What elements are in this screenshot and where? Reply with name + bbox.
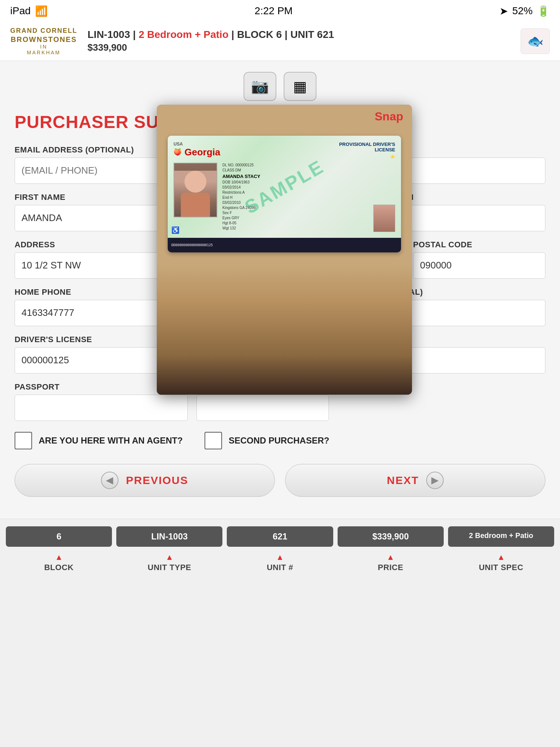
wifi-icon: 📶 bbox=[35, 5, 48, 17]
second-purchaser-label: SECOND PURCHASER? bbox=[229, 436, 329, 446]
bottom-unitnum-value[interactable]: 621 bbox=[227, 526, 333, 547]
bottom-bar: 6 LIN-1003 621 $339,900 2 Bedroom + Pati… bbox=[0, 519, 560, 580]
listing-id: LIN-1003 bbox=[88, 29, 130, 40]
expdate-input[interactable] bbox=[197, 395, 329, 421]
id-state: 🍑 Georgia bbox=[174, 147, 220, 158]
logo-text-markham: MARKHAM bbox=[27, 50, 61, 55]
logo: GRAND CORNELL BROWNSTONES IN MARKHAM bbox=[10, 27, 77, 55]
camera-icon: 📷 bbox=[251, 78, 269, 95]
battery-display: 52% bbox=[512, 5, 533, 17]
separator1: | bbox=[133, 29, 139, 40]
bottom-unittype-value[interactable]: LIN-1003 bbox=[116, 526, 222, 547]
bottom-price-label-item: ▲ PRICE bbox=[338, 553, 444, 572]
barcode-icon: ▦ bbox=[293, 78, 307, 95]
postal-group: POSTAL CODE bbox=[413, 240, 545, 279]
separator3: | bbox=[285, 29, 291, 40]
passport-input[interactable] bbox=[15, 395, 188, 421]
id-barcode-area: DD0000000000000000125 bbox=[168, 238, 401, 252]
unitspec-label: UNIT SPEC bbox=[479, 563, 523, 572]
unittype-label: UNIT TYPE bbox=[148, 563, 191, 572]
bottom-price-value[interactable]: $339,900 bbox=[338, 526, 444, 547]
unitnum-label: UNIT # bbox=[267, 563, 293, 572]
id-body: DL NO. 000000125 CLASS DM AMANDA STACY D… bbox=[174, 163, 395, 231]
id-expires: 03/02/2010 bbox=[222, 200, 395, 205]
snap-label: Snap bbox=[375, 110, 403, 123]
location-icon: ➤ bbox=[499, 5, 508, 17]
state-icon: 🍑 bbox=[174, 148, 182, 156]
status-left: iPad 📶 bbox=[10, 5, 48, 17]
app-header: GRAND CORNELL BROWNSTONES IN MARKHAM LIN… bbox=[0, 22, 560, 61]
bottom-block-label-item: ▲ BLOCK bbox=[6, 553, 112, 572]
state-name: Georgia bbox=[184, 147, 220, 158]
price-label: PRICE bbox=[378, 563, 403, 572]
id-name: AMANDA STACY bbox=[222, 173, 395, 180]
unitspec-up-arrow: ▲ bbox=[497, 553, 505, 561]
checkbox-row: ARE YOU HERE WITH AN AGENT? SECOND PURCH… bbox=[15, 432, 545, 449]
previous-label: PREVIOUS bbox=[126, 474, 188, 487]
bottom-block-value[interactable]: 6 bbox=[6, 526, 112, 547]
id-card-header: USA 🍑 Georgia PROVISIONAL DRIVER'S LICEN… bbox=[174, 142, 395, 159]
id-eyes: Eyes GRY bbox=[222, 216, 395, 221]
battery-icon: 🔋 bbox=[537, 5, 550, 17]
nav-row: ◀ PREVIOUS NEXT ▶ bbox=[15, 464, 545, 497]
unit-label: UNIT 621 bbox=[290, 29, 334, 40]
id-card-container: USA 🍑 Georgia PROVISIONAL DRIVER'S LICEN… bbox=[157, 128, 412, 263]
id-end: End H bbox=[222, 195, 395, 200]
previous-button[interactable]: ◀ PREVIOUS bbox=[15, 464, 275, 497]
block-up-arrow: ▲ bbox=[55, 553, 63, 561]
next-label: NEXT bbox=[387, 474, 419, 487]
price-up-arrow: ▲ bbox=[386, 553, 394, 561]
unittype-up-arrow: ▲ bbox=[166, 553, 174, 561]
id-address: Restrictions A bbox=[222, 190, 395, 195]
id-city: Kingstons GA 24099 bbox=[222, 205, 395, 210]
id-dl-no: DL NO. 000000125 bbox=[222, 163, 395, 168]
id-dd: DD0000000000000000125 bbox=[171, 243, 213, 247]
id-wgt: Wgt 132 bbox=[222, 226, 395, 231]
header-price: $339,900 bbox=[88, 42, 510, 53]
right-arrow-icon: ▶ bbox=[426, 472, 444, 489]
id-card-overlay: Snap USA 🍑 Georgia PRO bbox=[157, 105, 412, 395]
status-bar: iPad 📶 2:22 PM ➤ 52% 🔋 bbox=[0, 0, 560, 22]
wood-background bbox=[157, 263, 412, 395]
logo-text-line1: GRAND CORNELL bbox=[10, 27, 77, 35]
main-content: 📷 ▦ PURCHASER SUMMARY EMAIL ADDRESS (OPT… bbox=[0, 61, 560, 519]
bottom-labels-row: ▲ BLOCK ▲ UNIT TYPE ▲ UNIT # ▲ PRICE ▲ U… bbox=[0, 550, 560, 580]
barcode-button[interactable]: ▦ bbox=[284, 72, 316, 101]
id-sex: Sex F bbox=[222, 210, 395, 216]
id-state-area: USA 🍑 Georgia bbox=[174, 142, 220, 158]
unitnum-up-arrow: ▲ bbox=[276, 553, 284, 561]
id-class: CLASS DM bbox=[222, 168, 395, 173]
device-label: iPad bbox=[10, 5, 31, 17]
header-title: LIN-1003 | 2 Bedroom + Patio | BLOCK 6 |… bbox=[88, 29, 510, 40]
id-small-photo bbox=[373, 205, 395, 232]
postal-input[interactable] bbox=[413, 252, 545, 279]
id-dob: DOB 10/04/1963 bbox=[222, 180, 395, 185]
separator2: | bbox=[232, 29, 237, 40]
next-button[interactable]: NEXT ▶ bbox=[285, 464, 545, 497]
left-arrow-icon: ◀ bbox=[101, 472, 118, 489]
id-star: ⭐ bbox=[339, 154, 395, 159]
id-photo-face bbox=[174, 171, 217, 217]
bottom-unitspec-label-item: ▲ UNIT SPEC bbox=[448, 553, 554, 572]
second-purchaser-checkbox-item: SECOND PURCHASER? bbox=[205, 432, 329, 449]
camera-row: 📷 ▦ bbox=[15, 72, 545, 101]
unit-type: 2 Bedroom + Patio bbox=[139, 29, 229, 40]
id-type: PROVISIONAL DRIVER'S LICENSE ⭐ bbox=[339, 142, 395, 159]
agent-checkbox[interactable] bbox=[15, 432, 32, 449]
id-card: USA 🍑 Georgia PROVISIONAL DRIVER'S LICEN… bbox=[168, 136, 401, 252]
camera-button[interactable]: 📷 bbox=[244, 72, 276, 101]
block-label: BLOCK bbox=[44, 563, 74, 572]
bottom-unitspec-value[interactable]: 2 Bedroom + Patio bbox=[448, 526, 554, 547]
bottom-values-row: 6 LIN-1003 621 $339,900 2 Bedroom + Pati… bbox=[0, 519, 560, 550]
second-purchaser-checkbox[interactable] bbox=[205, 432, 222, 449]
agent-checkbox-label: ARE YOU HERE WITH AN AGENT? bbox=[39, 436, 183, 446]
id-card-inner: USA 🍑 Georgia PROVISIONAL DRIVER'S LICEN… bbox=[168, 136, 401, 238]
logo-text-line2: BROWNSTONES bbox=[11, 35, 77, 44]
header-info: LIN-1003 | 2 Bedroom + Patio | BLOCK 6 |… bbox=[88, 29, 510, 53]
agent-checkbox-item: ARE YOU HERE WITH AN AGENT? bbox=[15, 432, 183, 449]
id-hgt: Hgt 8-05 bbox=[222, 221, 395, 226]
bottom-unitnum-label-item: ▲ UNIT # bbox=[227, 553, 333, 572]
logo-text-in: IN bbox=[40, 44, 47, 50]
time-display: 2:22 PM bbox=[254, 5, 292, 17]
id-details: DL NO. 000000125 CLASS DM AMANDA STACY D… bbox=[222, 163, 395, 231]
